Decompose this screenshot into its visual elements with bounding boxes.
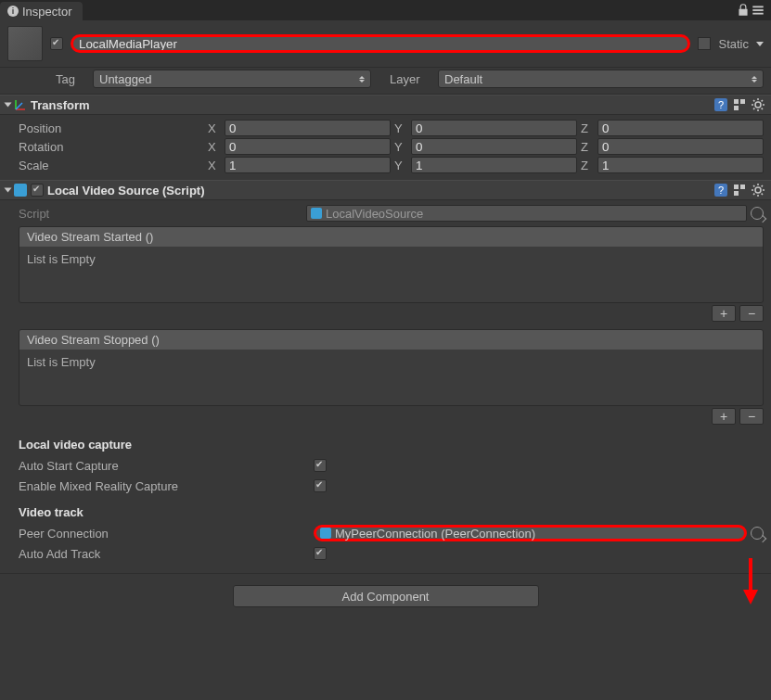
gameobject-name-input[interactable] bbox=[71, 34, 690, 53]
script-asset-icon bbox=[311, 208, 322, 219]
local-video-capture-header: Local video capture bbox=[19, 438, 771, 452]
svg-point-17 bbox=[755, 187, 761, 193]
gear-icon[interactable] bbox=[751, 183, 765, 197]
context-menu-icon[interactable] bbox=[751, 3, 765, 18]
axis-x: X bbox=[208, 121, 221, 135]
rotation-label: Rotation bbox=[19, 140, 208, 154]
tag-label: Tag bbox=[56, 72, 85, 86]
position-x-input[interactable] bbox=[225, 120, 391, 136]
peer-connection-label: Peer Connection bbox=[19, 527, 314, 541]
remove-listener-button[interactable]: − bbox=[739, 305, 764, 322]
static-label: Static bbox=[718, 37, 749, 51]
remove-listener-button[interactable]: − bbox=[739, 408, 764, 425]
event-video-started: Video Stream Started () List is Empty bbox=[19, 226, 764, 303]
help-icon[interactable]: ? bbox=[713, 97, 728, 112]
svg-rect-8 bbox=[734, 99, 739, 104]
position-label: Position bbox=[19, 121, 208, 135]
tag-dropdown[interactable]: Untagged bbox=[93, 70, 371, 88]
enable-mixed-reality-checkbox[interactable] bbox=[314, 479, 327, 492]
local-video-source-title: Local Video Source (Script) bbox=[47, 184, 710, 197]
event-started-title: Video Stream Started () bbox=[19, 227, 763, 247]
scale-x-input[interactable] bbox=[225, 157, 391, 173]
object-picker-icon[interactable] bbox=[751, 207, 764, 220]
transform-header[interactable]: Transform ? bbox=[0, 95, 771, 115]
foldout-icon[interactable] bbox=[5, 188, 12, 193]
scale-label: Scale bbox=[19, 159, 208, 172]
svg-rect-14 bbox=[734, 185, 739, 189]
event-video-stopped: Video Stream Stopped () List is Empty bbox=[19, 329, 764, 406]
script-label: Script bbox=[19, 207, 306, 221]
svg-point-11 bbox=[755, 102, 761, 108]
preset-icon[interactable] bbox=[732, 97, 747, 112]
position-z-input[interactable] bbox=[598, 120, 764, 136]
svg-rect-1 bbox=[752, 9, 763, 11]
add-component-label: Add Component bbox=[342, 590, 430, 604]
scale-z-input[interactable] bbox=[598, 157, 764, 173]
add-listener-button[interactable]: + bbox=[712, 305, 736, 322]
svg-text:?: ? bbox=[718, 99, 724, 110]
svg-rect-10 bbox=[734, 106, 739, 110]
preset-icon[interactable] bbox=[732, 183, 747, 197]
gear-icon[interactable] bbox=[751, 97, 765, 112]
svg-line-5 bbox=[16, 103, 22, 109]
layer-label: Layer bbox=[390, 72, 430, 86]
transform-title: Transform bbox=[31, 98, 710, 112]
svg-rect-0 bbox=[752, 6, 763, 7]
layer-dropdown[interactable]: Default bbox=[438, 70, 764, 88]
position-y-input[interactable] bbox=[411, 120, 577, 136]
layer-value: Default bbox=[444, 72, 482, 86]
static-dropdown-icon[interactable] bbox=[756, 42, 764, 46]
video-track-header: Video track bbox=[19, 505, 771, 519]
event-stopped-title: Video Stream Stopped () bbox=[19, 330, 763, 350]
enable-mixed-reality-label: Enable Mixed Reality Capture bbox=[19, 479, 314, 493]
script-field: LocalVideoSource bbox=[306, 205, 747, 222]
peer-connection-asset-icon bbox=[320, 528, 331, 539]
rotation-y-input[interactable] bbox=[411, 138, 577, 155]
peer-connection-value: MyPeerConnection (PeerConnection) bbox=[335, 527, 535, 541]
svg-rect-2 bbox=[752, 13, 763, 15]
lock-icon[interactable] bbox=[736, 3, 751, 18]
rotation-z-input[interactable] bbox=[598, 138, 764, 155]
tab-title: Inspector bbox=[22, 5, 71, 19]
axis-z: Z bbox=[581, 121, 594, 135]
add-listener-button[interactable]: + bbox=[712, 408, 736, 425]
static-checkbox[interactable] bbox=[698, 37, 711, 50]
component-enabled-checkbox[interactable] bbox=[31, 184, 44, 197]
script-icon bbox=[14, 184, 27, 197]
local-video-source-header[interactable]: Local Video Source (Script) ? bbox=[0, 180, 771, 200]
info-icon: i bbox=[7, 6, 19, 17]
object-picker-icon[interactable] bbox=[751, 527, 764, 540]
auto-add-track-label: Auto Add Track bbox=[19, 547, 314, 561]
svg-text:?: ? bbox=[718, 185, 724, 196]
svg-rect-9 bbox=[740, 99, 745, 104]
event-started-empty: List is Empty bbox=[19, 247, 763, 302]
rotation-x-input[interactable] bbox=[225, 138, 391, 155]
help-icon[interactable]: ? bbox=[713, 183, 728, 197]
event-stopped-empty: List is Empty bbox=[19, 350, 763, 405]
peer-connection-field[interactable]: MyPeerConnection (PeerConnection) bbox=[314, 525, 747, 541]
auto-start-capture-checkbox[interactable] bbox=[314, 459, 327, 472]
add-component-button[interactable]: Add Component bbox=[233, 585, 539, 607]
gameobject-icon[interactable] bbox=[7, 26, 43, 61]
transform-icon bbox=[14, 98, 27, 111]
auto-add-track-checkbox[interactable] bbox=[314, 547, 327, 560]
axis-y: Y bbox=[394, 121, 407, 135]
scale-y-input[interactable] bbox=[411, 157, 577, 173]
svg-rect-16 bbox=[734, 191, 739, 196]
svg-rect-15 bbox=[740, 185, 745, 189]
gameobject-enabled-checkbox[interactable] bbox=[50, 37, 63, 50]
auto-start-capture-label: Auto Start Capture bbox=[19, 459, 314, 473]
inspector-tab[interactable]: i Inspector bbox=[0, 2, 83, 20]
foldout-icon[interactable] bbox=[5, 103, 12, 108]
tag-value: Untagged bbox=[99, 72, 151, 86]
script-value: LocalVideoSource bbox=[326, 207, 423, 221]
